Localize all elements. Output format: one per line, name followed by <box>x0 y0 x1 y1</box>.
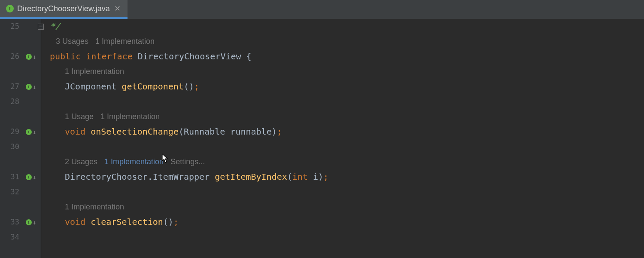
gutter-marker-cell <box>24 184 41 200</box>
token: { <box>246 51 252 61</box>
implementing-method-icon[interactable]: I↓ <box>26 83 36 90</box>
token: */ <box>50 21 60 31</box>
editor-tab[interactable]: I DirectoryChooserView.java ✕ <box>0 0 128 19</box>
gutter-marker-cell <box>24 64 41 79</box>
line-number-gutter: 25262728293031323334 <box>0 19 24 258</box>
line-number <box>0 64 24 79</box>
gutter-marker-cell: I↓ <box>24 215 41 230</box>
gutter-icon-column: –I↓I↓I↓I↓I↓ <box>24 19 41 258</box>
gutter-marker-cell: – <box>24 19 41 34</box>
line-number <box>0 154 24 169</box>
token: ) <box>318 172 323 182</box>
code-line[interactable]: void clearSelection(); <box>50 215 644 230</box>
tab-bar: I DirectoryChooserView.java ✕ <box>0 0 644 19</box>
token: ; <box>194 81 199 92</box>
code-line[interactable]: void onSelectionChange(Runnable runnable… <box>50 124 644 139</box>
line-number <box>0 109 24 124</box>
line-number: 31 <box>0 169 24 184</box>
gutter-marker-cell <box>24 34 41 49</box>
token: onSelectionChange <box>91 126 179 137</box>
token: void <box>65 126 91 137</box>
line-number: 34 <box>0 230 24 245</box>
code-line[interactable]: public interface DirectoryChooserView { <box>50 49 644 64</box>
tab-title: DirectoryChooserView.java <box>17 4 110 13</box>
implementing-method-icon[interactable]: I↓ <box>26 174 36 181</box>
code-line[interactable]: */ <box>50 19 644 34</box>
token: runnable <box>230 126 271 137</box>
token: ( <box>287 172 292 182</box>
fold-toggle-icon[interactable]: – <box>38 24 44 30</box>
line-number <box>0 200 24 215</box>
blank-line[interactable] <box>50 230 644 245</box>
inlay-hint[interactable]: 1 Implementation <box>95 34 155 49</box>
token: ( <box>179 126 184 137</box>
token: clearSelection <box>91 217 163 227</box>
line-number: 33 <box>0 215 24 230</box>
interface-icon: I <box>6 5 14 12</box>
token: ; <box>173 217 179 227</box>
gutter-marker-cell <box>24 94 41 109</box>
line-number: 32 <box>0 184 24 200</box>
line-number: 27 <box>0 79 24 94</box>
gutter-marker-cell: I↓ <box>24 124 41 139</box>
token: i <box>313 172 318 182</box>
gutter-marker-cell: I↓ <box>24 49 41 64</box>
close-icon[interactable]: ✕ <box>113 4 122 13</box>
line-number: 30 <box>0 139 24 154</box>
token: ) <box>272 126 277 137</box>
token: DirectoryChooserView <box>138 51 246 61</box>
code-area[interactable]: */3 Usages1 Implementationpublic interfa… <box>41 19 644 258</box>
gutter-marker-cell <box>24 230 41 245</box>
gutter-marker-cell <box>24 154 41 169</box>
gutter-marker-cell: I↓ <box>24 79 41 94</box>
token: void <box>65 217 91 227</box>
code-line[interactable]: JComponent getComponent(); <box>50 79 644 94</box>
code-editor[interactable]: 25262728293031323334 –I↓I↓I↓I↓I↓ */3 Usa… <box>0 19 644 258</box>
implementing-method-icon[interactable]: I↓ <box>26 53 36 60</box>
line-number: 26 <box>0 49 24 64</box>
token: getItemByIndex <box>215 172 287 182</box>
gutter-marker-cell: I↓ <box>24 169 41 184</box>
token: ; <box>323 172 328 182</box>
inlay-hint-implementation-link[interactable]: 1 Implementation <box>104 154 164 169</box>
inlay-hint-settings[interactable]: Settings... <box>170 154 205 169</box>
line-number <box>0 34 24 49</box>
line-number: 28 <box>0 94 24 109</box>
inlay-hint[interactable]: 2 Usages <box>65 154 97 169</box>
token: interface <box>86 51 137 61</box>
token: JComponent <box>65 81 122 92</box>
token: int <box>292 172 313 182</box>
gutter-marker-cell <box>24 109 41 124</box>
token: DirectoryChooser.ItemWrapper <box>65 172 215 182</box>
gutter-marker-cell <box>24 139 41 154</box>
implementing-method-icon[interactable]: I↓ <box>26 129 36 135</box>
token: getComponent <box>122 81 184 92</box>
inlay-hint[interactable]: 1 Implementation <box>65 200 124 215</box>
inlay-hint[interactable]: 1 Usage <box>65 109 94 124</box>
blank-line[interactable] <box>50 184 644 200</box>
code-line[interactable]: DirectoryChooser.ItemWrapper getItemByIn… <box>50 169 644 184</box>
gutter-marker-cell <box>24 200 41 215</box>
token: public <box>50 51 86 61</box>
inlay-hint[interactable]: 1 Implementation <box>100 109 160 124</box>
token: () <box>184 81 194 92</box>
token: Runnable <box>184 126 230 137</box>
blank-line[interactable] <box>50 139 644 154</box>
blank-line[interactable] <box>50 94 644 109</box>
line-number: 25 <box>0 19 24 34</box>
line-number: 29 <box>0 124 24 139</box>
token: () <box>163 217 173 227</box>
inlay-hint[interactable]: 3 Usages <box>56 34 88 49</box>
token: ; <box>277 126 282 137</box>
implementing-method-icon[interactable]: I↓ <box>26 219 36 226</box>
inlay-hint[interactable]: 1 Implementation <box>65 64 124 79</box>
